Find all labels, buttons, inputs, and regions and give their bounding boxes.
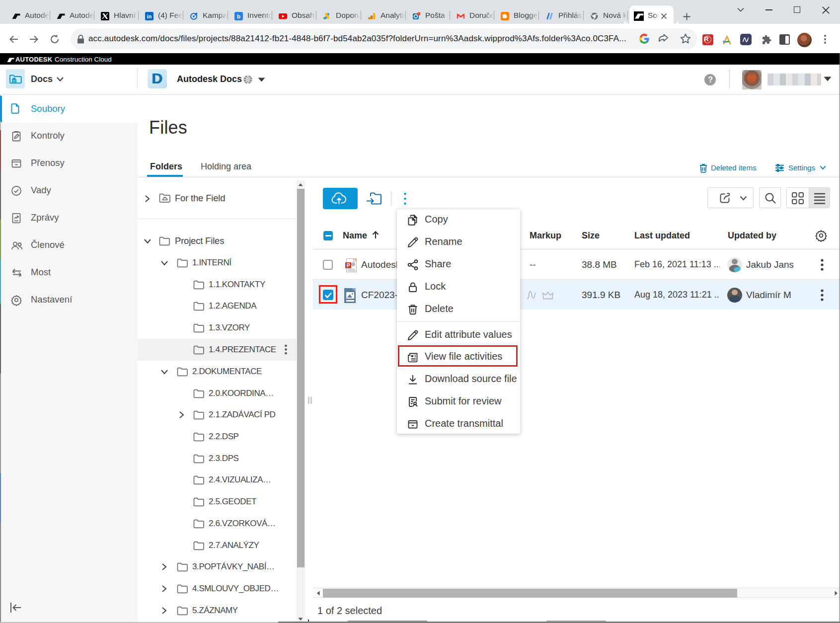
svg-text:in: in [147, 13, 152, 19]
svg-text:b: b [237, 13, 240, 19]
